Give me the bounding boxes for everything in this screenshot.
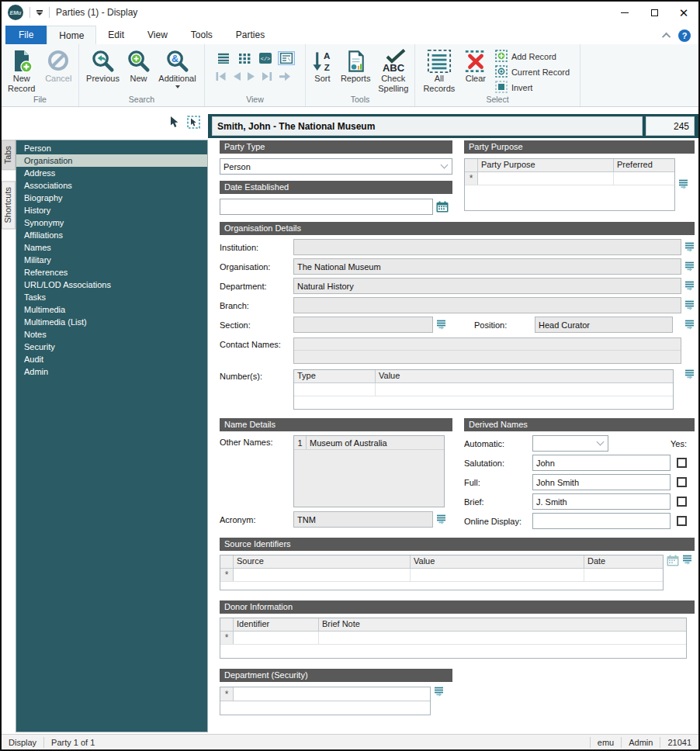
close-button[interactable]: ✕ — [669, 2, 698, 23]
fill-tool-icon[interactable] — [434, 687, 444, 697]
tab-home[interactable]: Home — [47, 26, 96, 44]
sidebar-item-address[interactable]: Address — [16, 167, 207, 179]
view-form-icon[interactable] — [278, 51, 295, 65]
online-display-yes-checkbox[interactable] — [677, 516, 687, 526]
sidebar-item-tasks[interactable]: Tasks — [16, 291, 207, 303]
list-item[interactable]: * — [220, 687, 430, 701]
sidebar-item-military[interactable]: Military — [16, 254, 207, 266]
cancel-button[interactable]: Cancel — [40, 46, 78, 84]
quick-access-dropdown-icon[interactable] — [36, 10, 43, 16]
institution-input[interactable] — [293, 239, 681, 255]
collapse-ribbon-icon[interactable] — [662, 33, 671, 41]
fill-tool-icon[interactable] — [436, 514, 446, 525]
tab-view[interactable]: View — [136, 26, 179, 44]
salutation-input[interactable]: John — [532, 455, 671, 471]
automatic-dropdown[interactable] — [532, 435, 608, 452]
table-row[interactable]: * — [465, 172, 674, 185]
date-established-input[interactable] — [220, 199, 433, 215]
sidebar-item-multimedia-list[interactable]: Multimedia (List) — [16, 316, 207, 328]
select-clear-button[interactable]: Clear — [459, 46, 492, 84]
sidebar-item-names[interactable]: Names — [16, 241, 207, 254]
search-additional-button[interactable]: & Additional — [155, 46, 200, 88]
source-identifiers-table[interactable]: Source Value Date * — [220, 555, 664, 590]
check-spelling-button[interactable]: ABC Check Spelling — [373, 46, 413, 94]
sidebar-item-notes[interactable]: Notes — [16, 328, 207, 341]
fill-tool-icon[interactable] — [678, 158, 688, 211]
table-row[interactable]: * — [220, 632, 686, 645]
view-grid-icon[interactable] — [236, 51, 253, 65]
select-add-record-button[interactable]: Add Record — [495, 50, 570, 64]
department-security-list[interactable]: * — [220, 687, 431, 715]
sidebar-item-organisation[interactable]: Organisation — [16, 154, 207, 167]
fill-tool-icon[interactable] — [684, 242, 695, 253]
rail-tab-shortcuts[interactable]: Shortcuts — [2, 181, 16, 229]
sidebar-item-synonymy[interactable]: Synonymy — [16, 216, 207, 229]
maximize-button[interactable] — [639, 2, 669, 23]
fill-tool-icon[interactable] — [684, 320, 695, 331]
help-icon[interactable]: ? — [678, 29, 691, 42]
brief-name-input[interactable]: J. Smith — [532, 493, 671, 510]
tab-edit[interactable]: Edit — [96, 26, 136, 44]
donor-information-table[interactable]: Identifier Brief Note * — [220, 618, 687, 659]
position-input[interactable]: Head Curator — [535, 317, 673, 333]
last-record-icon[interactable] — [262, 71, 273, 85]
search-previous-button[interactable]: Previous — [84, 46, 123, 84]
brief-yes-checkbox[interactable] — [677, 497, 687, 507]
section-input[interactable] — [293, 317, 433, 333]
pointer-mode-icon[interactable] — [169, 116, 180, 131]
full-yes-checkbox[interactable] — [677, 477, 687, 487]
sidebar-item-associations[interactable]: Associations — [16, 179, 207, 192]
sidebar-item-references[interactable]: References — [16, 266, 207, 279]
sidebar-item-multimedia[interactable]: Multimedia — [16, 303, 207, 316]
department-input[interactable]: Natural History — [293, 278, 681, 294]
view-code-icon[interactable]: </> — [257, 51, 274, 65]
table-row[interactable] — [294, 383, 673, 396]
party-purpose-table[interactable]: Party Purpose Preferred * — [464, 158, 675, 211]
search-new-button[interactable]: New — [123, 46, 155, 84]
first-record-icon[interactable] — [215, 71, 227, 85]
party-type-dropdown[interactable]: Person — [220, 158, 452, 175]
contact-names-input[interactable] — [293, 337, 681, 364]
previous-record-icon[interactable] — [232, 71, 241, 85]
sidebar-item-history[interactable]: History — [16, 204, 207, 216]
select-all-records-button[interactable]: All Records — [419, 46, 459, 94]
next-record-icon[interactable] — [247, 71, 256, 85]
organisation-input[interactable]: The National Museum — [293, 258, 681, 275]
fill-tool-icon[interactable] — [684, 261, 695, 272]
calendar-icon[interactable] — [436, 201, 449, 213]
view-list-icon[interactable] — [215, 51, 232, 65]
new-record-button[interactable]: New Record — [3, 46, 40, 94]
table-row[interactable]: * — [220, 569, 663, 582]
goto-record-icon[interactable] — [279, 71, 291, 85]
other-names-list[interactable]: 1 Museum of Australia — [293, 435, 445, 507]
sidebar-item-person[interactable]: Person — [16, 142, 207, 154]
select-current-record-button[interactable]: Current Record — [495, 65, 570, 79]
full-name-input[interactable]: John Smith — [532, 474, 671, 490]
acronym-input[interactable]: TNM — [293, 511, 433, 528]
tab-file[interactable]: File — [5, 26, 47, 44]
sort-button[interactable]: AZ Sort — [307, 46, 338, 84]
list-item[interactable]: 1 Museum of Australia — [294, 436, 444, 450]
numbers-table[interactable]: Type Value — [293, 369, 674, 410]
rail-tab-tabs[interactable]: Tabs — [2, 140, 16, 170]
sidebar-item-admin[interactable]: Admin — [16, 365, 207, 378]
online-display-input[interactable] — [532, 513, 671, 529]
fill-tool-icon[interactable] — [684, 369, 695, 380]
reports-button[interactable]: Reports — [338, 46, 374, 84]
sidebar-item-security[interactable]: Security — [16, 341, 207, 353]
fill-tool-icon[interactable] — [684, 300, 695, 311]
tab-tools[interactable]: Tools — [179, 26, 224, 44]
tab-parties[interactable]: Parties — [224, 26, 276, 44]
select-region-icon[interactable] — [187, 116, 200, 132]
sidebar-item-url-lod-associations[interactable]: URL/LOD Associations — [16, 279, 207, 291]
salutation-yes-checkbox[interactable] — [677, 458, 687, 468]
fill-tool-icon[interactable] — [436, 320, 446, 331]
calendar-icon[interactable] — [667, 555, 679, 566]
sidebar-item-audit[interactable]: Audit — [16, 353, 207, 365]
sidebar-item-affiliations[interactable]: Affiliations — [16, 229, 207, 241]
branch-input[interactable] — [293, 297, 681, 313]
minimize-button[interactable] — [610, 2, 639, 23]
fill-tool-icon[interactable] — [682, 555, 692, 566]
select-invert-button[interactable]: Invert — [495, 81, 570, 95]
sidebar-item-biography[interactable]: Biography — [16, 192, 207, 204]
